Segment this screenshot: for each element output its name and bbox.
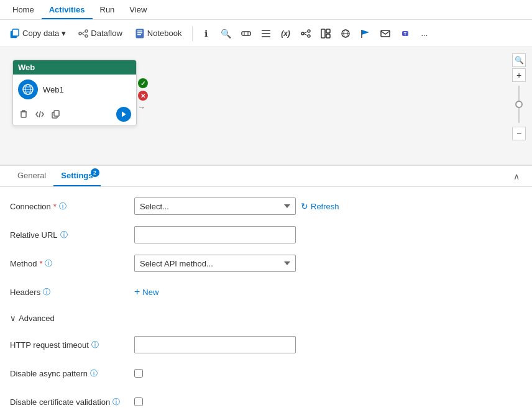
email-button[interactable] [377,25,394,42]
headers-row: Headers ⓘ + New [10,283,522,301]
relative-url-row: Relative URL ⓘ [10,225,522,244]
menu-activities-label: Activities [49,5,85,14]
svg-rect-25 [326,34,330,38]
panel-collapse-button[interactable]: ∧ [511,169,522,184]
lines-button[interactable] [257,25,275,42]
headers-label: Headers ⓘ [10,287,134,297]
advanced-toggle-button[interactable]: ∨ Advanced [10,311,55,325]
variable-button[interactable]: (x) [277,25,295,42]
headers-control-wrap: + New [134,284,522,300]
pipeline-button[interactable] [237,25,255,42]
refresh-button[interactable]: ↻ Refresh [301,201,339,211]
toolbar: Copy data ▾ Dataflow Notebook ℹ 🔍 [0,20,532,47]
connection-label: Connection * ⓘ [10,201,134,212]
notebook-button[interactable]: Notebook [130,26,187,41]
svg-rect-39 [21,112,26,117]
svg-point-3 [79,32,81,35]
disable-cert-info-icon[interactable]: ⓘ [112,397,120,407]
svg-marker-29 [362,30,369,35]
web-node-card: Web Web1 [12,60,137,126]
teams-button[interactable]: T [397,25,414,42]
disable-async-info-icon[interactable]: ⓘ [90,368,98,379]
node-name: Web1 [43,85,64,94]
disable-async-checkbox[interactable] [134,369,143,378]
dataflow-icon [78,29,88,39]
canvas-search-button[interactable]: 🔍 [512,53,526,67]
node-status: ✓ ✕ → [138,60,148,112]
method-row: Method * ⓘ Select API method... [10,254,522,273]
disable-async-control-wrap [134,369,522,378]
new-icon: + [134,286,140,297]
http-timeout-info-icon[interactable]: ⓘ [91,340,99,350]
menu-activities[interactable]: Activities [42,0,93,19]
layout-button[interactable] [317,25,334,42]
settings-badge: 2 [91,168,99,177]
svg-rect-10 [137,32,142,34]
node-actions [13,104,136,125]
svg-rect-24 [326,29,330,33]
menu-run-label: Run [100,5,115,14]
disable-cert-row: Disable certificate validation ⓘ [10,393,522,411]
disable-async-row: Disable async pattern ⓘ [10,364,522,383]
globe-button[interactable] [337,25,354,42]
properties-panel: General Settings 2 ∧ Connection * ⓘ Sele… [0,165,532,413]
panel-tabs: General Settings 2 ∧ [0,166,532,187]
menu-home-label: Home [12,5,34,14]
notebook-icon [135,29,145,39]
zoom-handle [515,101,523,108]
method-label: Method * ⓘ [10,258,134,269]
connection-select[interactable]: Select... [134,197,296,215]
flag-button[interactable] [357,25,374,42]
node-web-icon [18,79,38,99]
menu-home[interactable]: Home [5,0,42,19]
zoom-in-button[interactable]: + [512,68,526,82]
connect-button[interactable] [297,25,314,42]
http-timeout-input[interactable] [134,336,296,353]
delete-node-button[interactable] [18,109,29,120]
menu-run[interactable]: Run [93,0,122,19]
status-check-icon: ✓ [138,78,148,88]
connection-control-wrap: Select... ↻ Refresh [134,197,522,215]
svg-line-21 [304,32,308,34]
svg-point-20 [308,35,310,37]
info-button[interactable]: ℹ [198,25,215,42]
new-header-button[interactable]: + New [134,284,158,300]
code-node-button[interactable] [34,109,45,120]
headers-info-icon[interactable]: ⓘ [43,287,50,297]
svg-rect-31 [381,30,390,37]
svg-point-4 [85,30,88,32]
relative-url-input[interactable] [134,226,296,243]
refresh-icon: ↻ [301,201,308,211]
svg-rect-23 [321,29,325,38]
disable-cert-checkbox[interactable] [134,397,143,406]
toolbar-divider-1 [192,26,193,41]
copy-data-icon [10,29,20,39]
menu-view[interactable]: View [122,0,154,19]
notebook-label: Notebook [147,29,182,38]
svg-rect-1 [12,29,19,36]
svg-line-6 [81,32,85,34]
more-button[interactable]: ... [416,26,433,40]
more-label: ... [421,29,428,38]
navigate-node-button[interactable] [116,107,131,122]
http-timeout-row: HTTP request timeout ⓘ [10,335,522,354]
connection-info-icon[interactable]: ⓘ [59,201,66,212]
node-header: Web [13,60,136,75]
svg-point-18 [301,32,304,35]
dataflow-button[interactable]: Dataflow [73,26,127,41]
zoom-slider [518,86,520,123]
panel-content: Connection * ⓘ Select... ↻ Refresh Relat… [0,187,532,413]
tab-general[interactable]: General [10,166,53,186]
method-info-icon[interactable]: ⓘ [45,258,52,269]
connection-required: * [53,202,57,211]
svg-rect-12 [242,32,250,35]
advanced-section: ∨ Advanced [10,311,522,325]
method-control-wrap: Select API method... [134,255,522,272]
copy-data-button[interactable]: Copy data ▾ [5,26,71,41]
zoom-controls: 🔍 + − [512,53,526,140]
tab-settings[interactable]: Settings 2 [53,166,100,186]
method-select[interactable]: Select API method... [134,255,296,272]
copy-node-button[interactable] [50,109,62,120]
search-toolbar-button[interactable]: 🔍 [218,25,235,42]
relative-url-info-icon[interactable]: ⓘ [60,230,68,240]
